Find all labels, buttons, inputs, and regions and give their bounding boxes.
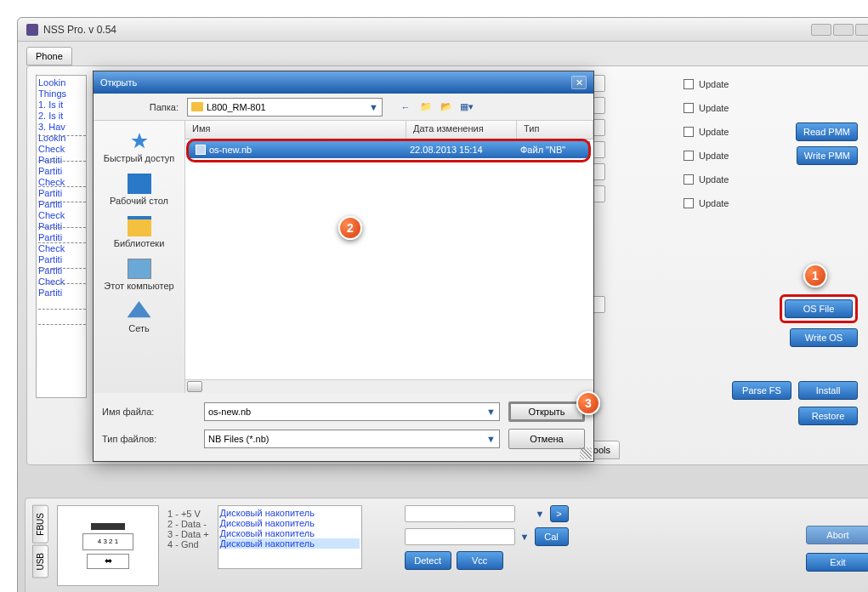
detect-button[interactable]: Detect <box>405 551 451 570</box>
update-check-1[interactable] <box>684 79 694 89</box>
disk-item[interactable]: Дисковый накопитель <box>220 518 360 528</box>
network-icon <box>128 301 151 322</box>
callout-3: 3 <box>576 391 600 415</box>
log-line: Partiti <box>38 265 84 276</box>
exit-button[interactable]: Exit <box>806 553 868 572</box>
cancel-button[interactable]: Отмена <box>508 429 585 449</box>
write-os-button[interactable]: Write OS <box>790 328 858 347</box>
java-icon <box>26 24 38 36</box>
side-tabs: FBUS USB <box>32 505 48 592</box>
maximize-button[interactable] <box>833 24 854 36</box>
file-open-dialog: Открыть ✕ Папка: L800_RM-801 ▼ ← 📁 📂 ▦▾ … <box>93 71 594 462</box>
filename-input[interactable]: os-new.nb ▼ <box>204 402 500 421</box>
place-label: Этот компьютер <box>104 281 173 291</box>
cal-button[interactable]: Cal <box>535 527 569 546</box>
libraries-icon <box>128 216 151 236</box>
pin-line: 2 - Data - <box>167 519 209 529</box>
log-line: Partiti <box>38 254 84 265</box>
usb-tab[interactable]: USB <box>32 545 48 578</box>
header-name[interactable]: Имя <box>185 121 406 139</box>
divider <box>38 324 86 325</box>
mini-field-2[interactable] <box>405 528 515 545</box>
write-os-wrap: Write OS <box>790 328 858 347</box>
disk-item[interactable]: Дисковый накопитель <box>220 508 360 518</box>
write-pmm-button[interactable]: Write PMM <box>797 146 858 165</box>
disk-item-selected[interactable]: Дисковый накопитель <box>220 538 360 549</box>
update-label: Update <box>699 103 729 113</box>
dropdown-arrow-icon[interactable]: ▼ <box>520 532 530 542</box>
folder-icon <box>191 102 203 111</box>
back-icon[interactable]: ← <box>398 100 413 115</box>
file-list[interactable]: os-new.nb 22.08.2013 15:14 Файл "NB" 2 <box>185 139 593 379</box>
place-pc[interactable]: Этот компьютер <box>94 253 184 296</box>
go-button[interactable]: > <box>550 505 569 522</box>
vcc-button[interactable]: Vcc <box>457 551 503 570</box>
update-check-5[interactable] <box>684 174 694 185</box>
usb-diagram: 4 3 2 1 ⬌ <box>57 505 159 586</box>
update-label: Update <box>699 127 729 137</box>
file-type: Файл "NB" <box>513 145 590 155</box>
mini-field-1[interactable] <box>405 505 515 522</box>
callout-2: 2 <box>338 216 362 240</box>
dropdown-arrow-icon[interactable]: ▼ <box>486 407 496 417</box>
install-button[interactable]: Install <box>798 381 858 400</box>
pin-line: 3 - Data + <box>167 529 209 539</box>
places-bar: Быстрый доступ Рабочий стол Библиотеки Э… <box>94 121 185 393</box>
up-icon[interactable]: 📁 <box>418 100 434 115</box>
dialog-close-button[interactable]: ✕ <box>571 76 587 89</box>
filetype-value: NB Files (*.nb) <box>208 434 269 444</box>
app-window: NSS Pro. v 0.54 Phone Lookin Things 1. I… <box>17 17 868 592</box>
log-line: Things <box>38 88 84 100</box>
file-name: os-new.nb <box>209 145 252 155</box>
update-check-3[interactable] <box>684 127 694 137</box>
open-button[interactable]: Открыть <box>508 401 585 422</box>
dialog-footer: Имя файла: os-new.nb ▼ Открыть 3 Тип фай… <box>94 393 593 458</box>
place-network[interactable]: Сеть <box>94 296 184 339</box>
header-date[interactable]: Дата изменения <box>406 121 517 139</box>
filetype-input[interactable]: NB Files (*.nb) ▼ <box>204 430 500 448</box>
place-quick-access[interactable]: Быстрый доступ <box>94 126 184 168</box>
place-desktop[interactable]: Рабочий стол <box>94 168 184 211</box>
disk-item[interactable]: Дисковый накопитель <box>220 528 360 538</box>
parse-fs-button[interactable]: Parse FS <box>732 381 791 400</box>
tab-phone[interactable]: Phone <box>26 47 72 65</box>
tab-row: Phone <box>26 47 72 65</box>
fbus-tab[interactable]: FBUS <box>32 505 48 544</box>
titlebar: NSS Pro. v 0.54 <box>18 18 868 42</box>
pin-line: 4 - Gnd <box>167 539 209 549</box>
os-file-button[interactable]: OS File <box>785 299 853 318</box>
divider <box>38 202 86 202</box>
update-check-4[interactable] <box>684 151 694 161</box>
disk-list[interactable]: Дисковый накопитель Дисковый накопитель … <box>218 505 362 569</box>
restore-button[interactable]: Restore <box>798 407 858 425</box>
horizontal-scrollbar[interactable] <box>185 379 593 393</box>
place-libraries[interactable]: Библиотеки <box>94 211 184 253</box>
new-folder-icon[interactable]: 📂 <box>439 100 454 115</box>
dropdown-arrow-icon[interactable]: ▼ <box>369 102 378 112</box>
log-line: Check <box>38 210 84 221</box>
log-line: 1. Is it <box>38 100 84 111</box>
folder-combo[interactable]: L800_RM-801 ▼ <box>187 98 383 117</box>
file-row-selected[interactable]: os-new.nb 22.08.2013 15:14 Файл "NB" <box>189 141 590 158</box>
resize-grip[interactable] <box>580 447 592 459</box>
file-headers: Имя Дата изменения Тип <box>185 121 593 139</box>
dialog-toolbar: Папка: L800_RM-801 ▼ ← 📁 📂 ▦▾ <box>94 94 593 121</box>
file-date: 22.08.2013 15:14 <box>403 145 513 155</box>
filename-label: Имя файла: <box>102 407 196 417</box>
exit-group: Abort Exit <box>806 505 868 592</box>
close-button[interactable] <box>855 24 868 36</box>
update-check-2[interactable] <box>684 103 694 113</box>
abort-button[interactable]: Abort <box>806 526 868 544</box>
view-icon[interactable]: ▦▾ <box>459 100 474 115</box>
pc-icon <box>128 259 151 279</box>
minimize-button[interactable] <box>811 24 831 36</box>
update-check-6[interactable] <box>684 198 694 208</box>
open-btn-wrap: Открыть 3 <box>508 401 585 422</box>
usb-pins-label: 4 3 2 1 <box>82 533 133 550</box>
dropdown-arrow-icon[interactable]: ▼ <box>536 509 545 519</box>
header-type[interactable]: Тип <box>517 121 593 139</box>
read-pmm-button[interactable]: Read PMM <box>796 122 858 141</box>
scroll-thumb[interactable] <box>187 381 202 392</box>
detect-group: ▼ > ▼ Cal Detect Vcc <box>405 505 569 592</box>
dropdown-arrow-icon[interactable]: ▼ <box>486 434 496 444</box>
